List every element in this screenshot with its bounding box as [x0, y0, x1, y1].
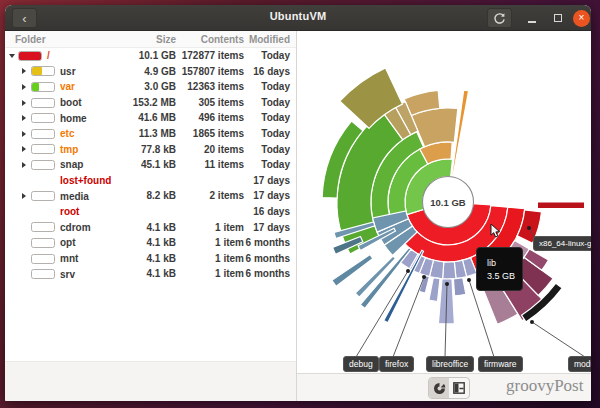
callout-dot: [527, 226, 531, 230]
folder-name: opt: [60, 237, 76, 248]
folder-name: mnt: [60, 253, 78, 264]
folder-name: home: [60, 113, 87, 124]
tree-row-etc[interactable]: etc11.3 MB1865 itemsToday: [5, 126, 296, 142]
folder-name: root: [60, 206, 79, 217]
expander-closed-icon[interactable]: [22, 193, 31, 199]
folder-contents: 11 items: [205, 159, 244, 170]
rings-chart-icon: [433, 382, 446, 395]
usage-bar: [31, 222, 55, 232]
usage-bar: [31, 129, 55, 139]
usage-bar: [31, 254, 55, 264]
treemap-view-button[interactable]: [449, 378, 469, 398]
usage-bar: [31, 191, 55, 201]
folder-contents: 1 item: [215, 253, 244, 264]
folder-contents: 1 item: [215, 237, 244, 248]
folder-size: 4.9 GB: [144, 66, 176, 77]
folder-size: 3.0 GB: [144, 81, 176, 92]
maximize-icon: [554, 14, 562, 22]
tooltip-folder-size: 3.5 GB: [487, 270, 522, 283]
tree-row-usr[interactable]: usr4.9 GB157807 items16 days: [5, 64, 296, 80]
expander-open-icon[interactable]: [9, 54, 18, 58]
column-header-modified[interactable]: Modified: [249, 34, 290, 45]
titlebar[interactable]: ‹ UbuntuVM ×: [5, 5, 591, 31]
folder-name: /: [47, 50, 50, 61]
refresh-button[interactable]: [487, 8, 512, 28]
treemap-icon: [453, 382, 465, 394]
expander-closed-icon[interactable]: [22, 131, 31, 137]
minimize-button[interactable]: [522, 8, 542, 28]
usage-bar: [31, 144, 55, 154]
tooltip-folder-name: lib: [487, 257, 522, 270]
folder-name: usr: [60, 66, 76, 77]
tree-panel-footer: [5, 361, 296, 401]
mouse-cursor: [490, 223, 502, 238]
rings-chart[interactable]: 10.1 GB: [297, 31, 591, 373]
tree-row-srv[interactable]: srv4.1 kB1 item6 months: [5, 266, 296, 282]
maximize-button[interactable]: [548, 8, 568, 28]
tree-row-tmp[interactable]: tmp77.8 kB20 itemsToday: [5, 142, 296, 158]
folder-name: cdrom: [60, 222, 91, 233]
minimize-icon: [528, 21, 536, 23]
callout-label-debug: debug: [343, 356, 379, 372]
folder-size: 11.3 MB: [139, 128, 176, 139]
usage-bar: [31, 82, 55, 92]
tree-row-boot[interactable]: boot153.2 MB305 itemsToday: [5, 95, 296, 111]
tree-row-root[interactable]: root16 days: [5, 204, 296, 220]
folder-modified: Today: [261, 159, 290, 170]
close-button[interactable]: ×: [573, 10, 590, 27]
expander-closed-icon[interactable]: [22, 100, 31, 106]
rings-chart-panel: 10.1 GB x86_64-linux-gnu debug firefox l…: [297, 31, 591, 401]
expander-closed-icon[interactable]: [22, 115, 31, 121]
main-content: Folder Size Contents Modified /10.1 GB17…: [5, 31, 591, 401]
tree-row-lost-found[interactable]: lost+found17 days: [5, 173, 296, 189]
ring-segment[interactable]: [429, 278, 440, 302]
tree-row-opt[interactable]: opt4.1 kB1 item6 months: [5, 235, 296, 251]
refresh-icon: [493, 12, 506, 25]
ring-segment-thin[interactable]: [538, 203, 584, 209]
callout-label-firmware: firmware: [478, 356, 523, 372]
expander-closed-icon[interactable]: [22, 146, 31, 152]
rings-chart-view-button[interactable]: [429, 378, 449, 398]
column-header-folder[interactable]: Folder: [15, 34, 46, 45]
tree-row-home[interactable]: home41.6 MB496 itemsToday: [5, 110, 296, 126]
folder-modified: 17 days: [253, 175, 290, 186]
callout-dot: [406, 269, 410, 273]
tree-row--[interactable]: /10.1 GB172877 itemsToday: [5, 48, 296, 64]
usage-bar: [31, 66, 55, 76]
segment-path-label: x86_64-linux-gnu: [533, 236, 591, 251]
folder-contents: 2 items: [210, 190, 244, 201]
expander-closed-icon[interactable]: [22, 68, 31, 74]
tree-row-var[interactable]: var3.0 GB12363 itemsToday: [5, 79, 296, 95]
tree-row-cdrom[interactable]: cdrom4.1 kB1 item17 days: [5, 220, 296, 236]
folder-size: 4.1 kB: [147, 253, 176, 264]
tree-row-snap[interactable]: snap45.1 kB11 itemsToday: [5, 157, 296, 173]
expander-closed-icon[interactable]: [22, 84, 31, 90]
tree-row-mnt[interactable]: mnt4.1 kB1 item6 months: [5, 251, 296, 267]
folder-name: srv: [60, 269, 75, 280]
folder-contents: 172877 items: [182, 50, 244, 61]
folder-size: 8.2 kB: [147, 190, 176, 201]
chart-footer-bar: groovyPost: [297, 373, 591, 401]
callout-label-modules: modules: [568, 356, 591, 372]
usage-bar: [31, 98, 55, 108]
callout-label-firefox: firefox: [379, 356, 414, 372]
chart-total-size-label: 10.1 GB: [430, 197, 466, 208]
folder-modified: Today: [261, 81, 290, 92]
tree-row-media[interactable]: media8.2 kB2 items17 days: [5, 188, 296, 204]
column-header-size[interactable]: Size: [156, 34, 176, 45]
folder-name: etc: [60, 128, 74, 139]
groovypost-watermark: groovyPost: [506, 376, 588, 396]
folder-size: 45.1 kB: [141, 159, 176, 170]
callout-dot: [530, 320, 534, 324]
folder-contents: 20 items: [204, 144, 244, 155]
column-header-contents[interactable]: Contents: [201, 34, 244, 45]
folder-modified: Today: [261, 144, 290, 155]
folder-size: 77.8 kB: [141, 144, 176, 155]
ring-segment[interactable]: [453, 278, 466, 296]
folder-modified: Today: [261, 50, 290, 61]
expander-closed-icon[interactable]: [22, 162, 31, 168]
ring-segment[interactable]: [443, 262, 456, 279]
usage-bar: [31, 113, 55, 123]
folder-contents: 305 items: [198, 97, 244, 108]
folder-name: tmp: [60, 144, 78, 155]
